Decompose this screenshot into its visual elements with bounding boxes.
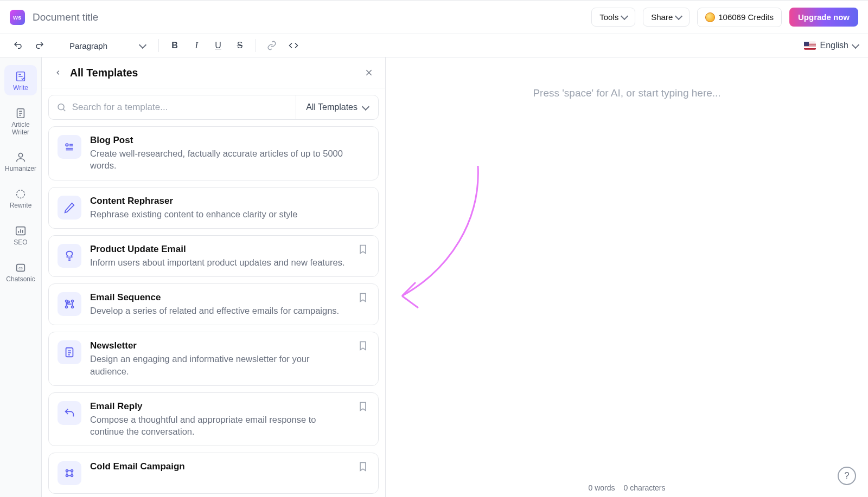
template-icon	[58, 135, 81, 159]
underline-button[interactable]: U	[210, 37, 226, 54]
sidebar-item-label: Write	[13, 85, 28, 92]
word-count: 0 words	[588, 483, 615, 492]
us-flag-icon	[804, 42, 816, 50]
svg-line-13	[63, 109, 65, 111]
template-filter[interactable]: All Templates	[296, 95, 378, 119]
template-icon	[58, 196, 81, 220]
template-desc: Inform users about important product upd…	[90, 256, 349, 268]
article-icon	[14, 107, 27, 120]
template-icon	[58, 401, 81, 425]
chatsonic-icon: cs	[14, 261, 27, 274]
svg-point-22	[72, 306, 74, 308]
language-label: English	[820, 41, 848, 50]
format-label: Paragraph	[69, 41, 107, 50]
share-label: Share	[651, 12, 673, 22]
sidebar-item-chatsonic[interactable]: cs Chatsonic	[4, 256, 37, 287]
word-count-bar: 0 words 0 characters	[386, 483, 868, 492]
svg-point-28	[66, 475, 68, 477]
svg-point-6	[17, 190, 25, 198]
sidebar-item-label: Rewrite	[10, 202, 32, 210]
filter-label: All Templates	[306, 102, 358, 112]
templates-title: All Templates	[70, 67, 138, 79]
credits-button[interactable]: 106069 Credits	[697, 8, 782, 27]
editor-toolbar: Paragraph B I U S English	[0, 34, 868, 57]
sidebar-item-article-writer[interactable]: Article Writer	[4, 102, 37, 140]
template-card[interactable]: Blog Post Create well-researched, factua…	[48, 126, 379, 180]
svg-point-14	[66, 144, 68, 146]
chevron-down-icon	[675, 12, 682, 20]
svg-point-29	[71, 475, 73, 477]
rewrite-icon	[14, 188, 27, 201]
template-name: Blog Post	[90, 135, 369, 146]
sidebar-item-label: SEO	[14, 239, 27, 247]
code-button[interactable]	[285, 37, 302, 54]
svg-point-12	[58, 104, 64, 110]
template-card[interactable]: Email Sequence Develop a series of relat…	[48, 283, 379, 325]
template-card[interactable]: Newsletter Design an engaging and inform…	[48, 332, 379, 386]
svg-point-5	[18, 153, 22, 157]
editor-area[interactable]: Press 'space' for AI, or start typing he…	[386, 57, 868, 497]
template-card[interactable]: Content Rephraser Rephrase existing cont…	[48, 187, 379, 229]
arrow-annotation	[386, 160, 494, 323]
divider	[158, 39, 159, 52]
block-format-select[interactable]: Paragraph	[64, 39, 151, 53]
coin-icon	[705, 12, 715, 22]
template-search: All Templates	[48, 95, 379, 120]
language-select[interactable]: English	[804, 41, 858, 50]
bold-button[interactable]: B	[167, 37, 183, 54]
template-list: Blog Post Create well-researched, factua…	[42, 122, 385, 497]
bookmark-button[interactable]	[358, 401, 369, 413]
divider	[256, 39, 256, 52]
sidebar-item-seo[interactable]: SEO	[4, 220, 37, 250]
italic-button[interactable]: I	[188, 37, 205, 54]
bookmark-button[interactable]	[358, 340, 369, 352]
template-name: Email Reply	[90, 401, 349, 412]
search-input[interactable]	[72, 102, 288, 113]
templates-panel: All Templates All Templates Blog Post Cr…	[42, 57, 386, 497]
template-card[interactable]: Cold Email Campaign	[48, 453, 379, 494]
write-icon	[14, 70, 27, 83]
tools-label: Tools	[599, 12, 618, 22]
chevron-down-icon	[139, 41, 146, 48]
seo-icon	[14, 224, 27, 237]
upgrade-button[interactable]: Upgrade now	[789, 8, 858, 27]
share-menu[interactable]: Share	[643, 8, 690, 27]
template-desc: Compose a thoughtful and appropriate ema…	[90, 414, 349, 438]
document-title[interactable]: Document title	[33, 11, 98, 23]
sidebar-item-rewrite[interactable]: Rewrite	[4, 183, 37, 213]
template-desc: Design an engaging and informative newsl…	[90, 353, 349, 377]
template-card[interactable]: Email Reply Compose a thoughtful and app…	[48, 392, 379, 447]
svg-point-26	[66, 470, 68, 472]
app-logo[interactable]: ws	[10, 10, 25, 25]
link-button[interactable]	[264, 37, 280, 54]
sidebar-item-label: Chatsonic	[6, 276, 35, 283]
bookmark-button[interactable]	[358, 461, 369, 473]
search-icon	[56, 102, 67, 113]
template-icon	[58, 292, 81, 316]
template-name: Newsletter	[90, 340, 349, 351]
sidebar-item-humanizer[interactable]: Humanizer	[4, 146, 37, 176]
template-desc: Develop a series of related and effectiv…	[90, 305, 349, 317]
template-desc: Create well-researched, factually accura…	[90, 147, 369, 172]
bookmark-button[interactable]	[358, 292, 369, 304]
help-button[interactable]: ?	[838, 467, 856, 485]
humanizer-icon	[14, 151, 27, 164]
close-button[interactable]	[362, 66, 375, 79]
chevron-down-icon	[362, 102, 369, 110]
template-icon	[58, 340, 81, 364]
bookmark-button[interactable]	[358, 244, 369, 256]
svg-point-19	[66, 300, 68, 302]
credits-label: 106069 Credits	[718, 12, 774, 22]
undo-button[interactable]	[10, 37, 26, 54]
back-button[interactable]	[52, 66, 65, 79]
tools-menu[interactable]: Tools	[591, 8, 635, 27]
templates-header: All Templates	[42, 57, 385, 88]
sidebar-item-write[interactable]: Write	[4, 65, 37, 95]
template-name: Cold Email Campaign	[90, 461, 349, 472]
template-card[interactable]: Product Update Email Inform users about …	[48, 235, 379, 277]
redo-button[interactable]	[31, 37, 48, 54]
strikethrough-button[interactable]: S	[232, 37, 248, 54]
svg-point-21	[66, 306, 68, 308]
svg-text:cs: cs	[18, 266, 23, 270]
sidebar-item-label: Humanizer	[5, 165, 36, 173]
